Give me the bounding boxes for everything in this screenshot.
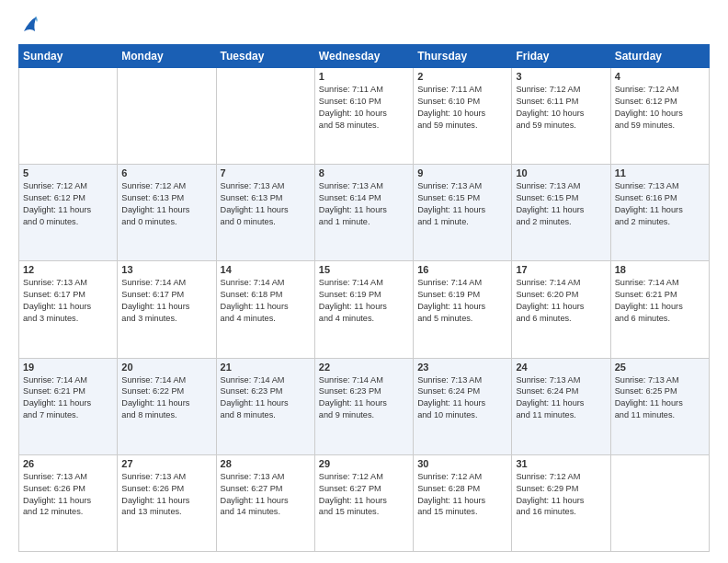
day-number: 23 xyxy=(417,362,507,373)
day-number: 13 xyxy=(121,264,211,275)
calendar-cell: 21Sunrise: 7:14 AM Sunset: 6:23 PM Dayli… xyxy=(216,358,314,454)
calendar-cell: 16Sunrise: 7:14 AM Sunset: 6:19 PM Dayli… xyxy=(414,261,512,358)
calendar-week-1: 5Sunrise: 7:12 AM Sunset: 6:12 PM Daylig… xyxy=(19,165,710,261)
calendar-cell: 13Sunrise: 7:14 AM Sunset: 6:17 PM Dayli… xyxy=(118,261,216,358)
weekday-header-friday: Friday xyxy=(512,45,610,68)
day-number: 30 xyxy=(417,458,507,469)
day-number: 21 xyxy=(221,362,311,373)
calendar-cell: 17Sunrise: 7:14 AM Sunset: 6:20 PM Dayli… xyxy=(512,261,610,358)
day-number: 3 xyxy=(516,71,606,82)
calendar-week-3: 19Sunrise: 7:14 AM Sunset: 6:21 PM Dayli… xyxy=(19,358,710,454)
day-number: 19 xyxy=(23,362,113,373)
calendar-cell: 20Sunrise: 7:14 AM Sunset: 6:22 PM Dayli… xyxy=(118,358,216,454)
day-info: Sunrise: 7:14 AM Sunset: 6:20 PM Dayligh… xyxy=(516,277,606,325)
calendar-cell: 28Sunrise: 7:13 AM Sunset: 6:27 PM Dayli… xyxy=(216,454,314,551)
calendar-table: SundayMondayTuesdayWednesdayThursdayFrid… xyxy=(18,44,710,552)
day-info: Sunrise: 7:12 AM Sunset: 6:11 PM Dayligh… xyxy=(516,84,606,132)
day-info: Sunrise: 7:12 AM Sunset: 6:12 PM Dayligh… xyxy=(23,180,113,228)
day-info: Sunrise: 7:12 AM Sunset: 6:29 PM Dayligh… xyxy=(516,471,606,519)
calendar-cell: 8Sunrise: 7:13 AM Sunset: 6:14 PM Daylig… xyxy=(314,165,413,261)
day-info: Sunrise: 7:14 AM Sunset: 6:17 PM Dayligh… xyxy=(121,277,211,325)
weekday-header-monday: Monday xyxy=(118,45,216,68)
day-info: Sunrise: 7:14 AM Sunset: 6:18 PM Dayligh… xyxy=(221,277,311,325)
calendar-cell: 26Sunrise: 7:13 AM Sunset: 6:26 PM Dayli… xyxy=(19,454,118,551)
day-info: Sunrise: 7:12 AM Sunset: 6:28 PM Dayligh… xyxy=(417,471,507,519)
day-number: 22 xyxy=(319,362,409,373)
day-number: 14 xyxy=(221,264,311,275)
day-number: 16 xyxy=(417,264,507,275)
day-info: Sunrise: 7:13 AM Sunset: 6:25 PM Dayligh… xyxy=(615,374,705,422)
calendar-cell: 14Sunrise: 7:14 AM Sunset: 6:18 PM Dayli… xyxy=(216,261,314,358)
calendar-cell: 6Sunrise: 7:12 AM Sunset: 6:13 PM Daylig… xyxy=(118,165,216,261)
calendar-cell: 19Sunrise: 7:14 AM Sunset: 6:21 PM Dayli… xyxy=(19,358,118,454)
day-info: Sunrise: 7:13 AM Sunset: 6:15 PM Dayligh… xyxy=(516,180,606,228)
calendar-cell: 9Sunrise: 7:13 AM Sunset: 6:15 PM Daylig… xyxy=(414,165,512,261)
day-number: 17 xyxy=(516,264,606,275)
day-info: Sunrise: 7:14 AM Sunset: 6:21 PM Dayligh… xyxy=(23,374,113,422)
page: SundayMondayTuesdayWednesdayThursdayFrid… xyxy=(0,0,728,563)
calendar-cell xyxy=(216,68,314,165)
day-info: Sunrise: 7:12 AM Sunset: 6:27 PM Dayligh… xyxy=(319,471,409,519)
calendar-cell: 18Sunrise: 7:14 AM Sunset: 6:21 PM Dayli… xyxy=(610,261,709,358)
weekday-header-sunday: Sunday xyxy=(19,45,118,68)
header xyxy=(18,15,710,35)
day-number: 8 xyxy=(319,167,409,178)
calendar-cell: 3Sunrise: 7:12 AM Sunset: 6:11 PM Daylig… xyxy=(512,68,610,165)
calendar-cell: 1Sunrise: 7:11 AM Sunset: 6:10 PM Daylig… xyxy=(314,68,413,165)
day-info: Sunrise: 7:14 AM Sunset: 6:22 PM Dayligh… xyxy=(121,374,211,422)
calendar-cell: 7Sunrise: 7:13 AM Sunset: 6:13 PM Daylig… xyxy=(216,165,314,261)
calendar-cell: 11Sunrise: 7:13 AM Sunset: 6:16 PM Dayli… xyxy=(610,165,709,261)
day-info: Sunrise: 7:13 AM Sunset: 6:13 PM Dayligh… xyxy=(221,180,311,228)
calendar-cell: 4Sunrise: 7:12 AM Sunset: 6:12 PM Daylig… xyxy=(610,68,709,165)
day-info: Sunrise: 7:13 AM Sunset: 6:27 PM Dayligh… xyxy=(221,471,311,519)
day-info: Sunrise: 7:12 AM Sunset: 6:13 PM Dayligh… xyxy=(121,180,211,228)
day-number: 27 xyxy=(121,458,211,469)
calendar-cell: 24Sunrise: 7:13 AM Sunset: 6:24 PM Dayli… xyxy=(512,358,610,454)
day-number: 9 xyxy=(417,167,507,178)
day-info: Sunrise: 7:13 AM Sunset: 6:17 PM Dayligh… xyxy=(23,277,113,325)
calendar-week-4: 26Sunrise: 7:13 AM Sunset: 6:26 PM Dayli… xyxy=(19,454,710,551)
calendar-cell xyxy=(118,68,216,165)
day-number: 6 xyxy=(121,167,211,178)
weekday-header-saturday: Saturday xyxy=(610,45,709,68)
day-number: 12 xyxy=(23,264,113,275)
day-number: 24 xyxy=(516,362,606,373)
day-info: Sunrise: 7:13 AM Sunset: 6:15 PM Dayligh… xyxy=(417,180,507,228)
day-info: Sunrise: 7:14 AM Sunset: 6:23 PM Dayligh… xyxy=(319,374,409,422)
calendar-cell: 30Sunrise: 7:12 AM Sunset: 6:28 PM Dayli… xyxy=(414,454,512,551)
day-info: Sunrise: 7:14 AM Sunset: 6:19 PM Dayligh… xyxy=(319,277,409,325)
calendar-cell: 31Sunrise: 7:12 AM Sunset: 6:29 PM Dayli… xyxy=(512,454,610,551)
calendar-week-0: 1Sunrise: 7:11 AM Sunset: 6:10 PM Daylig… xyxy=(19,68,710,165)
day-number: 15 xyxy=(319,264,409,275)
logo xyxy=(18,15,39,35)
day-number: 29 xyxy=(319,458,409,469)
calendar-cell: 22Sunrise: 7:14 AM Sunset: 6:23 PM Dayli… xyxy=(314,358,413,454)
day-info: Sunrise: 7:11 AM Sunset: 6:10 PM Dayligh… xyxy=(417,84,507,132)
logo-bird-icon xyxy=(22,15,39,35)
day-number: 25 xyxy=(615,362,705,373)
day-number: 20 xyxy=(121,362,211,373)
calendar-cell: 25Sunrise: 7:13 AM Sunset: 6:25 PM Dayli… xyxy=(610,358,709,454)
day-number: 2 xyxy=(417,71,507,82)
day-number: 26 xyxy=(23,458,113,469)
weekday-header-wednesday: Wednesday xyxy=(314,45,413,68)
day-info: Sunrise: 7:14 AM Sunset: 6:19 PM Dayligh… xyxy=(417,277,507,325)
day-info: Sunrise: 7:14 AM Sunset: 6:23 PM Dayligh… xyxy=(221,374,311,422)
day-info: Sunrise: 7:13 AM Sunset: 6:24 PM Dayligh… xyxy=(516,374,606,422)
day-info: Sunrise: 7:13 AM Sunset: 6:14 PM Dayligh… xyxy=(319,180,409,228)
day-number: 18 xyxy=(615,264,705,275)
calendar-week-2: 12Sunrise: 7:13 AM Sunset: 6:17 PM Dayli… xyxy=(19,261,710,358)
day-info: Sunrise: 7:11 AM Sunset: 6:10 PM Dayligh… xyxy=(319,84,409,132)
day-number: 4 xyxy=(615,71,705,82)
day-info: Sunrise: 7:14 AM Sunset: 6:21 PM Dayligh… xyxy=(615,277,705,325)
calendar-cell: 27Sunrise: 7:13 AM Sunset: 6:26 PM Dayli… xyxy=(118,454,216,551)
day-info: Sunrise: 7:13 AM Sunset: 6:24 PM Dayligh… xyxy=(417,374,507,422)
day-number: 10 xyxy=(516,167,606,178)
calendar-cell: 2Sunrise: 7:11 AM Sunset: 6:10 PM Daylig… xyxy=(414,68,512,165)
day-info: Sunrise: 7:13 AM Sunset: 6:26 PM Dayligh… xyxy=(23,471,113,519)
calendar-cell: 23Sunrise: 7:13 AM Sunset: 6:24 PM Dayli… xyxy=(414,358,512,454)
day-number: 7 xyxy=(221,167,311,178)
weekday-header-tuesday: Tuesday xyxy=(216,45,314,68)
day-number: 31 xyxy=(516,458,606,469)
calendar-cell: 5Sunrise: 7:12 AM Sunset: 6:12 PM Daylig… xyxy=(19,165,118,261)
